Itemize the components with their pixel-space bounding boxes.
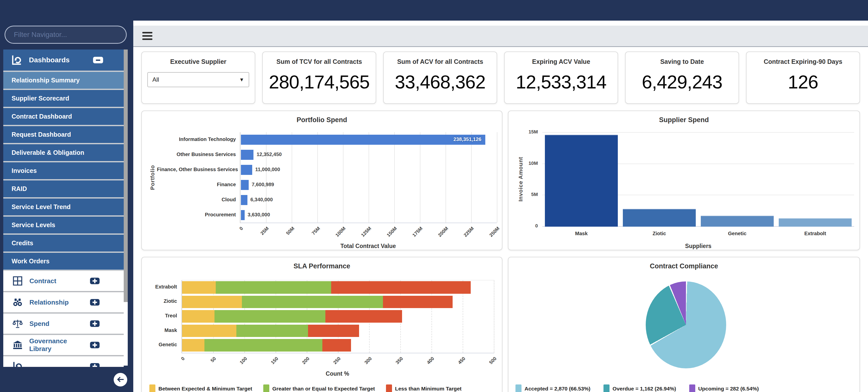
legend-swatch xyxy=(149,385,155,392)
sidebar-item-supplier-scorecard[interactable]: Supplier Scorecard xyxy=(3,90,124,108)
expand-plus-icon[interactable] xyxy=(90,342,100,348)
legend-item-less-than-minimum-target[interactable]: Less than Minimum Target xyxy=(386,385,461,392)
sidebar-section-dashboards[interactable]: Dashboards xyxy=(3,50,124,72)
sidebar-item-work-orders[interactable]: Work Orders xyxy=(3,253,124,271)
sidebar-scrollbar-thumb[interactable] xyxy=(124,50,128,302)
expand-plus-icon[interactable] xyxy=(90,363,100,367)
bar-value-label: 11,000,000 xyxy=(255,167,280,172)
segment-genetic-greater-than-or-equal-to-expected-target[interactable] xyxy=(205,339,322,352)
sidebar-item-service-level-trend[interactable]: Service Level Trend xyxy=(3,198,124,217)
bar-cloud[interactable] xyxy=(241,195,247,205)
sidebar-group-contract[interactable]: Contract xyxy=(3,271,124,292)
pie-chart[interactable] xyxy=(646,282,726,368)
chart-icon xyxy=(12,361,23,367)
gridline xyxy=(394,132,395,223)
segment-ziotic-greater-than-or-equal-to-expected-target[interactable] xyxy=(242,296,383,308)
binoculars-icon xyxy=(12,297,23,308)
sidebar-scrollbar[interactable] xyxy=(124,50,128,366)
bar-genetic[interactable] xyxy=(701,216,774,227)
segment-ziotic-between-expected-minimum-target[interactable] xyxy=(182,296,242,308)
expand-plus-icon[interactable] xyxy=(90,320,100,327)
x-tick-label: Extrabolt xyxy=(776,231,854,236)
x-tick-label: 100M xyxy=(334,226,347,238)
x-tick-label: 75M xyxy=(311,226,321,236)
legend-swatch xyxy=(386,385,392,392)
legend-label: Overdue = 1,162 (26.94%) xyxy=(613,386,676,392)
x-tick-label: 250 xyxy=(333,356,342,365)
kpi-card-sum-of-acv-for-all-contracts: Sum of ACV for all Contracts33,468,362 xyxy=(383,52,497,104)
x-tick-label: 500 xyxy=(488,356,498,365)
category-label: Other Business Services xyxy=(157,152,236,157)
plot-area: 050100150200250300350400450500 xyxy=(182,280,494,353)
bar-ziotic[interactable] xyxy=(623,209,696,227)
category-label: Information Technology xyxy=(157,136,236,142)
legend-item-overdue[interactable]: Overdue = 1,162 (26.94%) xyxy=(603,385,676,392)
legend-item-greater-than-or-equal-to-expected-target[interactable]: Greater than or Equal to Expected Target xyxy=(263,385,375,392)
category-label: Procurement xyxy=(157,212,236,218)
x-tick-label: 350 xyxy=(395,356,404,365)
bar-finance-other-business-services[interactable] xyxy=(241,165,252,175)
sidebar-group-relationship[interactable]: Relationship xyxy=(3,292,124,314)
bar-extrabolt[interactable] xyxy=(779,218,851,227)
x-tick-label: 50M xyxy=(285,226,296,236)
portfolio-spend-chart: 238,351,12612,352,45011,000,0007,600,989… xyxy=(142,111,502,250)
sidebar-group-governance-library[interactable]: Governance Library xyxy=(3,335,124,356)
segment-ziotic-less-than-minimum-target[interactable] xyxy=(383,296,453,308)
kpi-title: Saving to Date xyxy=(626,58,739,65)
sidebar-item-service-levels[interactable]: Service Levels xyxy=(3,217,124,235)
x-tick-label: 300 xyxy=(364,356,373,365)
legend-swatch xyxy=(689,385,695,392)
category-label: Mask xyxy=(144,327,177,333)
legend-label: Between Expected & Minimum Target xyxy=(158,386,252,392)
bar-mask[interactable] xyxy=(545,135,618,227)
legend-item-upcoming[interactable]: Upcoming = 282 (6.54%) xyxy=(689,385,759,392)
chart-legend: Between Expected & Minimum TargetGreater… xyxy=(149,385,462,392)
hamburger-menu-icon[interactable] xyxy=(142,32,152,40)
executive-supplier-select[interactable]: All▼ xyxy=(147,72,249,87)
legend-item-accepted[interactable]: Accepted = 2,870 (66.53%) xyxy=(516,385,590,392)
sidebar-item-raid[interactable]: RAID xyxy=(3,181,124,198)
sidebar-item-request-dashboard[interactable]: Request Dashboard xyxy=(3,126,124,144)
segment-treol-between-expected-minimum-target[interactable] xyxy=(182,310,215,323)
sidebar-group-label: Spend xyxy=(29,320,49,328)
sidebar-item-contract-dashboard[interactable]: Contract Dashboard xyxy=(3,108,124,126)
sidebar-group-label: Contract xyxy=(29,277,56,285)
x-tick-label: Mask xyxy=(542,231,620,236)
kpi-value: 280,174,565 xyxy=(263,71,376,93)
sidebar-group-spend[interactable]: Spend xyxy=(3,314,124,335)
gridline xyxy=(445,132,446,223)
segment-genetic-less-than-minimum-target[interactable] xyxy=(322,339,351,352)
x-tick-label: 250M xyxy=(488,226,501,238)
kpi-card-contract-expiring-90-days: Contract Expiring-90 Days126 xyxy=(746,52,860,104)
expand-plus-icon[interactable] xyxy=(90,299,100,305)
sidebar-collapse-button[interactable] xyxy=(114,373,127,387)
x-tick-label: 225M xyxy=(463,226,475,238)
bar-value-label: 6,340,000 xyxy=(250,197,273,202)
segment-mask-greater-than-or-equal-to-expected-target[interactable] xyxy=(236,325,308,337)
sidebar-group-partial[interactable] xyxy=(3,356,124,367)
category-label: Finance xyxy=(157,182,236,188)
bar-other-business-services[interactable] xyxy=(241,150,253,160)
bar-procurement[interactable] xyxy=(241,210,245,220)
category-label: Treol xyxy=(144,313,177,319)
bar-finance[interactable] xyxy=(241,180,249,190)
gridline xyxy=(343,132,343,223)
segment-mask-between-expected-minimum-target[interactable] xyxy=(182,325,236,337)
kpi-card-expiring-acv-value: Expiring ACV Value12,533,314 xyxy=(504,52,618,104)
legend-item-between-expected-minimum-target[interactable]: Between Expected & Minimum Target xyxy=(149,385,252,392)
segment-extrabolt-less-than-minimum-target[interactable] xyxy=(331,281,471,294)
segment-mask-less-than-minimum-target[interactable] xyxy=(308,325,359,337)
sidebar-item-invoices[interactable]: Invoices xyxy=(3,162,124,181)
segment-treol-greater-than-or-equal-to-expected-target[interactable] xyxy=(215,310,326,323)
kpi-card-saving-to-date: Saving to Date6,429,243 xyxy=(625,52,739,104)
segment-extrabolt-between-expected-minimum-target[interactable] xyxy=(182,281,216,294)
filter-navigator-input[interactable] xyxy=(4,26,127,44)
segment-genetic-between-expected-minimum-target[interactable] xyxy=(182,339,205,352)
segment-treol-less-than-minimum-target[interactable] xyxy=(326,310,402,323)
sidebar-item-credits[interactable]: Credits xyxy=(3,235,124,253)
sidebar-item-deliverable-obligation[interactable]: Deliverable & Obligation xyxy=(3,144,124,162)
expand-plus-icon[interactable] xyxy=(90,277,100,284)
collapse-minus-icon[interactable] xyxy=(93,57,103,63)
sidebar-item-relationship-summary[interactable]: Relationship Summary xyxy=(3,72,124,90)
segment-extrabolt-greater-than-or-equal-to-expected-target[interactable] xyxy=(216,281,331,294)
